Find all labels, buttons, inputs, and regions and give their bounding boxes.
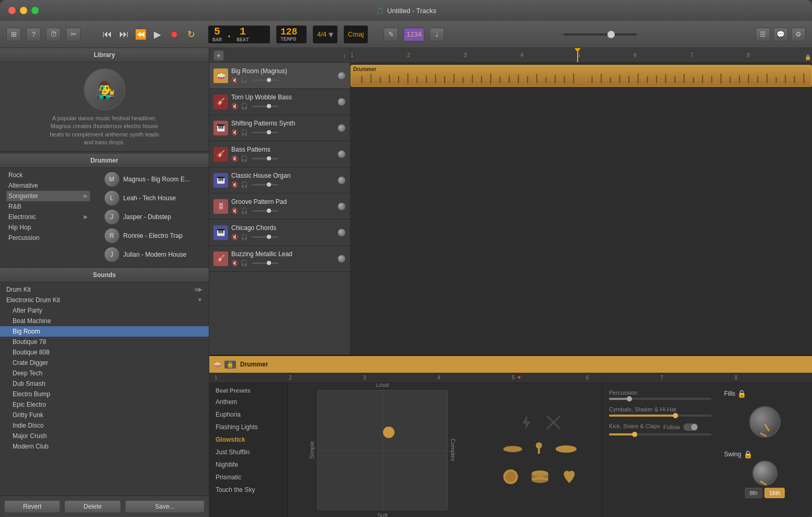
kick-thumb[interactable] [632, 432, 637, 437]
preset-glowstick[interactable]: Glowstick [209, 433, 287, 446]
note-8th-button[interactable]: 8th [745, 488, 762, 498]
track-pan-knob[interactable] [337, 72, 346, 80]
metronome-button[interactable]: ⏱ [46, 28, 61, 41]
track-volume-slider-4[interactable] [252, 158, 278, 159]
drum-cross-icon[interactable] [545, 414, 562, 431]
inspector-button[interactable]: ⚙ [791, 28, 806, 41]
track-pan-knob-5[interactable] [337, 176, 346, 185]
preset-flashing-lights[interactable]: Flashing Lights [209, 421, 287, 433]
position-display[interactable]: 5 BAR . 1 BEAT [208, 25, 270, 44]
minimize-button[interactable] [20, 7, 27, 14]
close-button[interactable] [8, 7, 16, 14]
sound-after-party[interactable]: After Party [0, 305, 209, 316]
rewind-button[interactable]: ⏮ [100, 29, 115, 40]
revert-button[interactable]: Revert [4, 500, 60, 513]
score-button[interactable]: ♩ [430, 28, 444, 41]
track-pan-knob-6[interactable] [337, 202, 346, 211]
sound-big-room[interactable]: Big Room [0, 326, 209, 337]
track-volume-slider-8[interactable] [252, 262, 278, 264]
tempo-display[interactable]: 128 TEMPO [276, 25, 307, 44]
track-mute-icon-6[interactable]: 🔇 [231, 207, 239, 214]
cycle-button[interactable]: ↻ [184, 29, 198, 40]
track-mute-icon-3[interactable]: 🔇 [231, 129, 239, 136]
track-volume-thumb-6[interactable] [267, 209, 271, 213]
fast-forward-button[interactable]: ⏭ [117, 29, 131, 40]
region-drummer[interactable]: Drummer [351, 65, 812, 87]
sound-deep-tech[interactable]: Deep Tech [0, 368, 209, 378]
track-headphone-icon-4[interactable]: 🎧 [241, 155, 248, 162]
track-mute-icon-7[interactable]: 🔇 [231, 233, 239, 240]
track-big-room[interactable]: 🥁 Big Room (Magnus) 🔇 🎧 [209, 63, 350, 89]
track-headphone-icon-6[interactable]: 🎧 [241, 207, 248, 214]
percussion-thumb[interactable] [627, 396, 632, 401]
drum-hihat-icon[interactable] [502, 444, 523, 454]
track-volume-slider[interactable] [252, 79, 278, 81]
category-electronic[interactable]: Electronic ▶ [6, 212, 90, 222]
track-chicago[interactable]: 🎹 Chicago Chords 🔇 🎧 [209, 220, 350, 246]
track-mute-icon-4[interactable]: 🔇 [231, 155, 239, 162]
category-rnb[interactable]: R&B [6, 201, 90, 212]
preset-euphoria[interactable]: Euphoria [209, 408, 287, 421]
sound-epic-electro[interactable]: Epic Electro [0, 399, 209, 410]
kick-slider[interactable] [609, 433, 712, 435]
drum-kick-icon[interactable] [501, 467, 520, 486]
track-groove-pad[interactable]: 🎛 Groove Pattern Pad 🔇 🎧 [209, 193, 350, 220]
track-volume-slider-6[interactable] [252, 210, 278, 212]
track-volume-thumb-7[interactable] [267, 235, 271, 239]
track-mute-icon-5[interactable]: 🔇 [231, 181, 239, 188]
track-bass-patterns[interactable]: 🎸 Bass Patterns 🔇 🎧 [209, 141, 350, 167]
track-headphone-icon-8[interactable]: 🎧 [241, 259, 248, 267]
track-torn-up[interactable]: 🎸 Torn Up Wobble Bass 🔇 🎧 [209, 89, 350, 115]
play-button[interactable]: ▶ [150, 29, 165, 40]
track-volume-slider-3[interactable] [252, 132, 278, 133]
track-pan-knob-2[interactable] [337, 98, 346, 106]
fills-knob[interactable] [749, 406, 781, 438]
drum-crash-icon[interactable] [555, 443, 578, 455]
smart-tempo-button[interactable]: 1234 [403, 28, 424, 41]
pad-ball[interactable] [383, 427, 394, 438]
pad-area[interactable]: Loud Simple [288, 383, 477, 517]
swing-knob[interactable] [752, 461, 777, 486]
track-headphone-icon[interactable]: 🎧 [241, 76, 248, 84]
sound-cat-electronic[interactable]: Electronic Drum Kit ▼ [0, 295, 209, 305]
track-mute-icon-2[interactable]: 🔇 [231, 102, 239, 110]
note-pad-button[interactable]: 💬 [773, 28, 788, 41]
track-headphone-icon-3[interactable]: 🎧 [241, 129, 248, 136]
sound-major-crush[interactable]: Major Crush [0, 431, 209, 441]
volume-slider[interactable] [563, 33, 637, 36]
sound-indie-disco[interactable]: Indie Disco [0, 420, 209, 431]
add-track-button[interactable]: + [213, 50, 224, 61]
category-percussion[interactable]: Percussion [6, 233, 90, 243]
track-volume-thumb-2[interactable] [267, 104, 271, 108]
sound-cat-drumkit[interactable]: Drum Kit ⊕ ▶ [0, 284, 209, 295]
drum-clap-icon[interactable] [560, 468, 579, 485]
category-songwriter[interactable]: Songwriter ▶ [6, 191, 90, 201]
track-volume-slider-5[interactable] [252, 184, 278, 186]
track-volume-thumb-3[interactable] [267, 130, 271, 134]
drummer-leah[interactable]: L Leah - Tech House [103, 189, 202, 208]
track-mute-icon[interactable]: 🔇 [231, 76, 239, 84]
time-signature-display[interactable]: 4/4 ▾ [312, 25, 338, 44]
note-16th-button[interactable]: 16th [764, 488, 785, 498]
scissors-button[interactable]: ✂ [66, 28, 81, 41]
sound-beat-machine[interactable]: Beat Machine [0, 316, 209, 326]
track-pan-knob-8[interactable] [337, 255, 346, 263]
drummer-julian[interactable]: J Julian - Modern House [103, 245, 202, 264]
record-button[interactable]: ⏺ [167, 29, 182, 40]
sound-dub-smash[interactable]: Dub Smash [0, 378, 209, 389]
volume-thumb[interactable] [607, 31, 615, 38]
category-hiphop[interactable]: Hip Hop [6, 222, 90, 233]
track-pan-knob-7[interactable] [337, 228, 346, 237]
pad-grid[interactable] [317, 390, 448, 510]
track-volume-thumb-5[interactable] [267, 182, 271, 187]
track-volume-thumb-4[interactable] [267, 156, 271, 160]
preset-just-shufflin[interactable]: Just Shufflin [209, 446, 287, 458]
sound-modern-club[interactable]: Modern Club [0, 441, 209, 452]
category-alternative[interactable]: Alternative [6, 180, 90, 191]
track-volume-slider-7[interactable] [252, 236, 278, 238]
cymbals-thumb[interactable] [673, 413, 678, 418]
library-button[interactable]: ☰ [755, 28, 770, 41]
maximize-button[interactable] [31, 7, 39, 14]
tuner-button[interactable]: ✎ [384, 28, 398, 41]
track-headphone-icon-2[interactable]: 🎧 [241, 102, 248, 110]
